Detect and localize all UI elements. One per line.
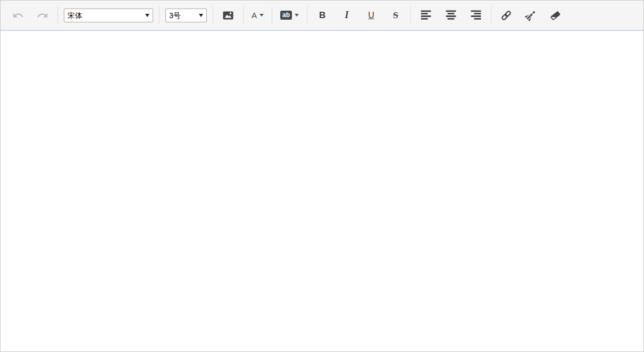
align-center-button[interactable]	[442, 6, 460, 24]
toolbar-separator	[213, 6, 213, 24]
insert-tools-group	[497, 6, 564, 24]
image-icon	[222, 9, 235, 22]
highlight-badge: ab	[280, 11, 292, 20]
text-style-group: B I U S	[313, 6, 405, 24]
bold-button[interactable]: B	[313, 6, 331, 24]
redo-icon	[37, 10, 48, 21]
undo-icon	[12, 10, 24, 21]
toolbar-separator	[491, 6, 491, 24]
alignment-group	[417, 6, 485, 24]
chevron-down-icon	[295, 14, 299, 17]
toolbar-separator	[272, 6, 272, 24]
font-color-label: A	[252, 11, 257, 20]
align-left-icon	[421, 10, 431, 20]
strikethrough-button[interactable]: S	[387, 6, 405, 24]
italic-button[interactable]: I	[338, 6, 356, 24]
highlight-color-button[interactable]: ab	[278, 6, 301, 24]
align-right-button[interactable]	[467, 6, 485, 24]
toolbar-separator	[57, 6, 58, 24]
toolbar-separator	[159, 6, 160, 24]
link-icon	[500, 9, 513, 22]
editor-toolbar: 宋体 3号 A	[1, 1, 643, 31]
chevron-down-icon	[260, 14, 264, 17]
toolbar-separator	[307, 6, 307, 24]
eraser-button[interactable]	[546, 6, 564, 24]
eraser-icon	[549, 9, 562, 22]
align-right-icon	[471, 10, 481, 20]
brush-icon	[524, 9, 537, 22]
link-button[interactable]	[497, 6, 515, 24]
redo-button[interactable]	[34, 6, 52, 24]
font-size-select[interactable]: 3号	[165, 9, 207, 22]
font-family-select-wrap: 宋体	[64, 9, 153, 22]
font-size-select-wrap: 3号	[165, 9, 207, 22]
align-center-icon	[446, 10, 456, 20]
history-group	[9, 6, 52, 24]
editor-content[interactable]	[1, 31, 643, 351]
underline-label: U	[368, 11, 374, 20]
underline-button[interactable]: U	[362, 6, 380, 24]
toolbar-separator	[411, 6, 411, 24]
format-brush-button[interactable]	[522, 6, 540, 24]
strikethrough-label: S	[393, 10, 398, 21]
align-left-button[interactable]	[417, 6, 435, 24]
bold-label: B	[319, 10, 325, 21]
rich-text-editor: 宋体 3号 A	[0, 0, 644, 352]
font-family-select[interactable]: 宋体	[64, 9, 153, 22]
insert-image-button[interactable]	[219, 6, 237, 24]
toolbar-separator	[243, 6, 244, 24]
font-color-button[interactable]: A	[249, 6, 266, 24]
italic-label: I	[345, 10, 349, 21]
undo-button[interactable]	[9, 6, 27, 24]
